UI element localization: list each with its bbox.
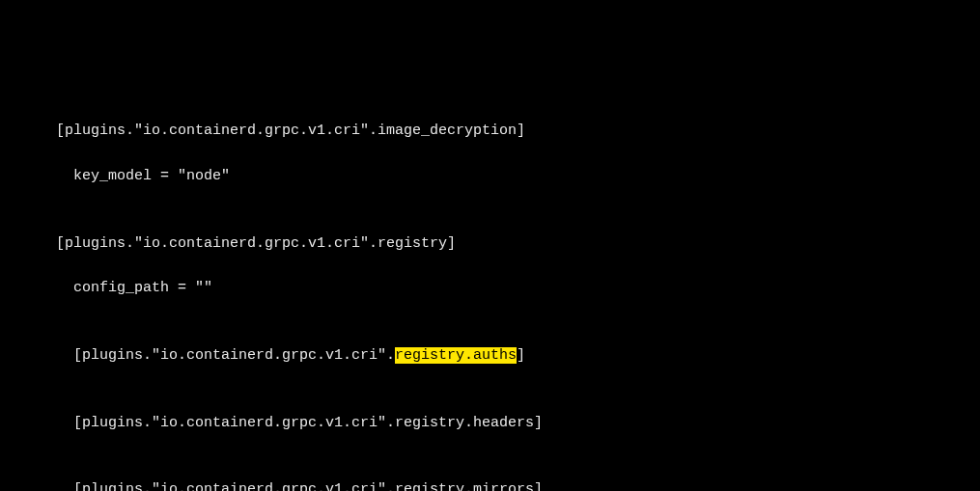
line-suffix: ] [517,347,525,364]
config-line: [plugins."io.containerd.grpc.v1.cri".reg… [39,344,980,367]
config-line: [plugins."io.containerd.grpc.v1.cri".reg… [39,412,980,434]
config-line: [plugins."io.containerd.grpc.v1.cri".ima… [39,120,980,142]
terminal-output: [plugins."io.containerd.grpc.v1.cri".ima… [0,97,980,491]
config-line: [plugins."io.containerd.grpc.v1.cri".reg… [39,232,980,255]
config-line: key_model = "node" [39,165,980,187]
config-line: config_path = "" [39,277,980,299]
config-line: [plugins."io.containerd.grpc.v1.cri".reg… [39,478,980,491]
line-prefix: [plugins."io.containerd.grpc.v1.cri". [39,347,395,364]
search-highlight: registry.auths [395,347,517,364]
